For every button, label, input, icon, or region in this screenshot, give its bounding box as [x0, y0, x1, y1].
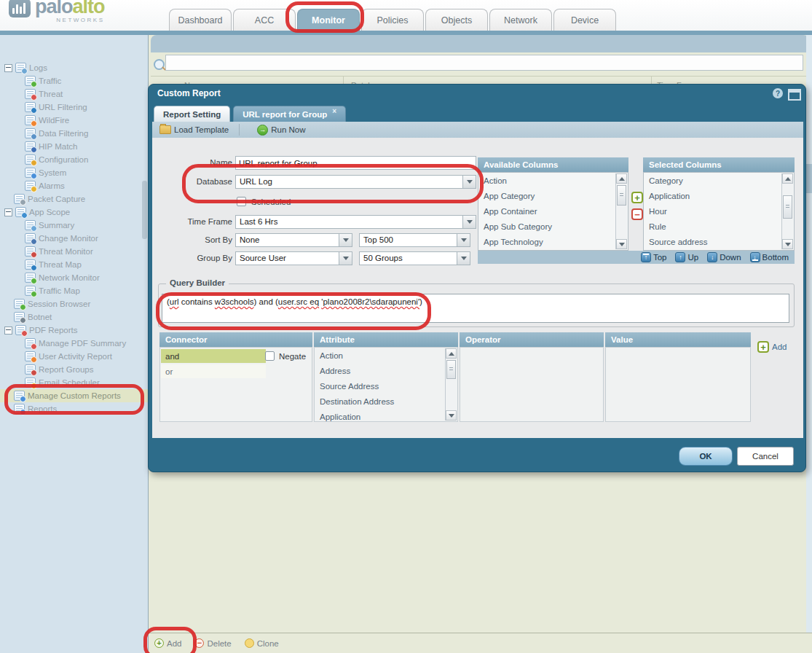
add-condition-button[interactable]: + Add	[757, 341, 787, 353]
attribute-option-action[interactable]: Action	[315, 348, 446, 363]
tab-device[interactable]: Device	[553, 9, 616, 31]
name-input[interactable]	[235, 156, 476, 170]
tab-dashboard[interactable]: Dashboard	[169, 9, 232, 31]
sidebar-item-user-activity-report[interactable]: User Activity Report	[0, 350, 148, 363]
attribute-option-application[interactable]: Application	[315, 409, 446, 424]
tab-network[interactable]: Network	[489, 9, 552, 31]
tab-acc[interactable]: ACC	[233, 9, 296, 31]
tab-url-report-for-group[interactable]: URL report for Group ×	[233, 106, 346, 122]
group-by-limit-select[interactable]: 50 Groups	[359, 251, 470, 265]
ok-button[interactable]: OK	[679, 447, 733, 466]
attribute-option-address[interactable]: Address	[315, 363, 446, 378]
move-top-button[interactable]: ↑Top	[641, 252, 667, 262]
sidebar-item-system[interactable]: System	[0, 166, 148, 179]
sidebar-item-manage-custom-reports[interactable]: Manage Custom Reports	[0, 389, 148, 402]
sidebar-scrollbar[interactable]	[142, 181, 147, 239]
close-tab-icon[interactable]: ×	[332, 107, 336, 115]
sidebar-item-packet-capture[interactable]: Packet Capture	[0, 192, 148, 206]
available-columns-scrollbar[interactable]	[615, 173, 627, 249]
attribute-option-destination-address[interactable]: Destination Address	[315, 394, 446, 409]
selected-column-option-category[interactable]: Category	[644, 173, 782, 188]
sidebar-item-alarms[interactable]: Alarms	[0, 179, 148, 192]
search-icon	[154, 59, 165, 70]
sort-by-select[interactable]: None	[235, 233, 352, 247]
scrollbar-thumb[interactable]	[783, 195, 792, 219]
sidebar-item-manage-pdf-summary[interactable]: Manage PDF Summary	[0, 337, 148, 350]
move-down-button[interactable]: ↓Down	[707, 252, 741, 262]
sidebar-item-botnet[interactable]: Botnet	[0, 310, 148, 324]
maximize-icon[interactable]	[788, 89, 801, 101]
sidebar-item-reports[interactable]: Reports	[0, 402, 148, 415]
sidebar-item-traffic-map[interactable]: Traffic Map	[0, 284, 148, 297]
tab-monitor[interactable]: Monitor	[297, 9, 360, 31]
scroll-down-icon[interactable]	[782, 239, 793, 249]
selected-columns-scrollbar[interactable]	[781, 173, 793, 249]
scroll-down-icon[interactable]	[616, 239, 627, 249]
sidebar-item-data-filtering[interactable]: Data Filtering	[0, 127, 148, 140]
delete-report-button[interactable]: − Delete	[194, 638, 231, 648]
selected-column-option-application[interactable]: Application	[644, 188, 782, 203]
sidebar-item-hip-match[interactable]: HIP Match	[0, 140, 148, 153]
scroll-up-icon[interactable]	[446, 348, 457, 359]
scroll-down-icon[interactable]	[446, 410, 457, 421]
page-scrollbar-thumb[interactable]	[806, 164, 812, 193]
tab-report-setting[interactable]: Report Setting	[154, 106, 230, 122]
group-by-select[interactable]: Source User	[235, 251, 352, 265]
scroll-up-icon[interactable]	[616, 173, 627, 184]
sidebar-item-session-browser[interactable]: Session Browser	[0, 297, 148, 310]
attribute-option-source-address[interactable]: Source Address	[315, 378, 446, 394]
connector-option-and[interactable]: and	[161, 349, 266, 363]
run-now-button[interactable]: → Run Now	[250, 122, 312, 138]
tree-collapse-icon[interactable]	[4, 64, 12, 72]
add-column-button[interactable]: +	[631, 192, 643, 203]
sidebar-item-url-filtering[interactable]: URL Filtering	[0, 101, 148, 114]
sidebar-item-change-monitor[interactable]: Change Monitor	[0, 232, 148, 245]
add-report-button[interactable]: + Add	[154, 638, 181, 648]
scrollbar-thumb[interactable]	[617, 185, 626, 206]
attribute-scrollbar[interactable]	[445, 348, 457, 421]
scrollbar-thumb[interactable]	[446, 360, 456, 379]
available-column-option-action[interactable]: Action	[478, 173, 616, 188]
sidebar-item-threat[interactable]: Threat	[0, 87, 148, 101]
sort-by-limit-select[interactable]: Top 500	[359, 233, 470, 247]
selected-column-option-source-address[interactable]: Source address	[644, 234, 782, 249]
sidebar-item-threat-map[interactable]: Threat Map	[0, 258, 148, 271]
sidebar-item-app-scope[interactable]: App Scope	[0, 206, 148, 219]
help-icon[interactable]: ?	[773, 88, 783, 98]
connector-option-or[interactable]: or	[161, 364, 266, 378]
sidebar-item-report-groups[interactable]: Report Groups	[0, 363, 148, 376]
sidebar-item-wildfire[interactable]: WildFire	[0, 114, 148, 127]
tree-collapse-icon[interactable]	[4, 326, 12, 335]
cancel-button[interactable]: Cancel	[737, 447, 794, 466]
available-column-option-app-category[interactable]: App Category	[478, 188, 616, 203]
tab-policies[interactable]: Policies	[361, 9, 424, 31]
clone-report-button[interactable]: Clone	[245, 638, 279, 648]
scroll-up-icon[interactable]	[782, 173, 793, 184]
tab-objects[interactable]: Objects	[425, 9, 488, 31]
available-column-option-app-technology[interactable]: App Technology	[478, 234, 616, 249]
time-frame-select[interactable]: Last 6 Hrs	[235, 215, 476, 229]
sidebar-item-email-scheduler[interactable]: Email Scheduler	[0, 376, 148, 389]
search-input[interactable]	[165, 55, 803, 71]
scheduled-checkbox[interactable]	[237, 197, 246, 206]
sidebar-item-logs[interactable]: Logs	[0, 61, 148, 74]
selected-column-option-rule[interactable]: Rule	[644, 219, 782, 234]
sidebar-item-pdf-reports[interactable]: PDF Reports	[0, 324, 148, 337]
load-template-button[interactable]: Load Template	[152, 122, 236, 138]
sidebar-item-threat-monitor[interactable]: Threat Monitor	[0, 245, 148, 258]
scheduled-label: Scheduled	[251, 198, 291, 206]
available-column-option-app-sub-category[interactable]: App Sub Category	[478, 219, 616, 234]
sidebar-item-network-monitor[interactable]: Network Monitor	[0, 271, 148, 284]
tree-collapse-icon[interactable]	[4, 208, 12, 216]
sidebar-item-summary[interactable]: Summary	[0, 219, 148, 232]
sidebar-item-configuration[interactable]: Configuration	[0, 153, 148, 166]
selected-column-option-hour[interactable]: Hour	[644, 203, 782, 219]
query-input[interactable]: (url contains w3schools) and (user.src e…	[162, 294, 789, 323]
database-select[interactable]: URL Log	[235, 175, 476, 189]
negate-checkbox[interactable]	[265, 351, 275, 361]
sidebar-item-traffic[interactable]: Traffic	[0, 74, 148, 87]
move-bottom-button[interactable]: ↓Bottom	[750, 252, 789, 262]
remove-column-button[interactable]: −	[631, 208, 643, 220]
available-column-option-app-container[interactable]: App Container	[478, 203, 616, 219]
move-up-button[interactable]: ↑Up	[675, 252, 698, 262]
